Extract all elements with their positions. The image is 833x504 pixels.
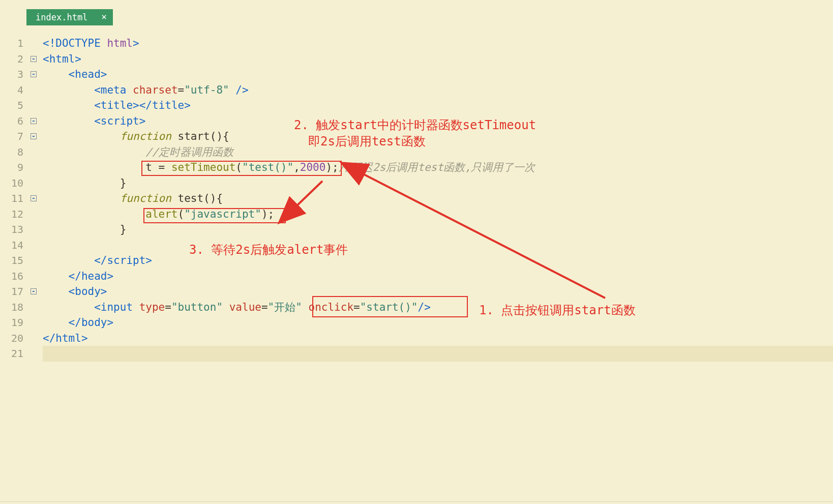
line-number: 1: [0, 37, 28, 49]
fold-icon[interactable]: -: [31, 288, 37, 294]
highlight-box-onclick: [312, 296, 468, 317]
fold-icon[interactable]: -: [31, 118, 37, 124]
annotation-3: 3. 等待2s后触发alert事件: [189, 242, 348, 258]
fold-icon[interactable]: -: [31, 56, 37, 62]
annotation-1: 1. 点击按钮调用start函数: [479, 302, 636, 318]
fold-icon[interactable]: -: [31, 195, 37, 201]
annotation-2: 2. 触发start中的计时器函数setTimeout 即2s后调用test函数: [294, 117, 536, 150]
file-tab[interactable]: index.html ×: [26, 9, 113, 25]
fold-icon[interactable]: -: [31, 71, 37, 77]
tab-filename: index.html: [36, 12, 87, 22]
highlight-box-settimeout: [141, 161, 342, 176]
highlight-box-alert: [143, 208, 286, 223]
close-icon[interactable]: ×: [101, 12, 107, 21]
fold-icon[interactable]: -: [31, 133, 37, 139]
